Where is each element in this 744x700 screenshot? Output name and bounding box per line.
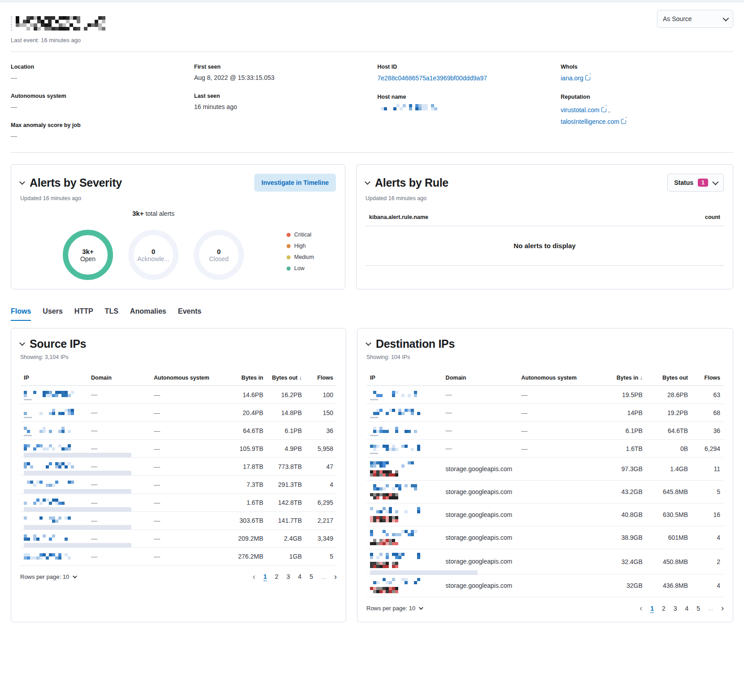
chevron-down-icon [419,606,423,610]
whois-link[interactable]: iana.org [561,74,583,82]
external-link-icon [601,107,606,112]
ip-link-redacted[interactable] [20,476,87,494]
previous-page-button[interactable]: ‹ [640,604,642,613]
count-column-header[interactable]: count [705,214,720,220]
tab-anomalies[interactable]: Anomalies [130,307,166,321]
redacted-ip-value [370,461,420,468]
bytes-in-cell: 6.1PB [603,422,646,440]
ip-link-redacted[interactable] [366,481,442,503]
ip-link-redacted[interactable] [366,440,442,458]
sort-desc-icon: ↓ [299,375,302,381]
column-header-autonomous-system[interactable]: Autonomous system [518,370,603,386]
ip-link-redacted[interactable] [20,512,87,529]
column-header-bytes-in[interactable]: Bytes in [231,370,267,386]
column-header-autonomous-system[interactable]: Autonomous system [150,370,231,386]
page-button-4[interactable]: 4 [685,605,689,612]
severity-collapse-toggle[interactable]: Alerts by Severity [20,176,122,189]
redacted-ip-value [24,553,74,560]
ip-link-redacted[interactable] [20,422,87,440]
next-page-button[interactable]: › [334,572,337,582]
previous-page-button[interactable]: ‹ [252,572,255,582]
column-header-flows[interactable]: Flows [305,370,337,386]
ip-link-redacted[interactable] [20,494,87,512]
tab-flows[interactable]: Flows [11,307,31,321]
table-row: storage.googleapis.com38.9GB601MB4 [366,526,724,549]
ip-link-redacted[interactable] [20,440,87,458]
status-filter-button[interactable]: Status 1 [667,174,724,192]
page-button-3[interactable]: 3 [674,605,677,612]
redacted-ip-value [24,481,74,487]
column-header-domain[interactable]: Domain [87,370,150,386]
tab-tls[interactable]: TLS [105,307,118,321]
redacted-flag-badge [370,562,398,568]
page-button-2[interactable]: 2 [662,605,666,612]
tab-events[interactable]: Events [178,307,201,321]
page-button-4[interactable]: 4 [298,573,302,580]
destination-pagination: ‹12345...› [640,604,724,613]
autonomous-system-cell: — [150,404,231,422]
redacted-dash [370,453,378,454]
ip-link-redacted[interactable] [366,386,442,404]
domain-cell: storage.googleapis.com [442,574,518,597]
flows-cell: 68 [692,404,724,422]
reputation-link-virustotal[interactable]: virustotal.com [561,106,599,114]
page-button-5[interactable]: 5 [309,573,313,580]
bytes-out-cell: 1GB [267,547,305,565]
ip-link-redacted[interactable] [20,458,87,476]
column-header-domain[interactable]: Domain [442,370,518,386]
reputation-link-talos[interactable]: talosIntelligence.com [561,118,619,125]
legend-low: Low [287,265,336,271]
rule-collapse-toggle[interactable]: Alerts by Rule [365,176,448,189]
column-header-flows[interactable]: Flows [692,370,724,386]
ip-link-redacted[interactable] [366,458,442,481]
source-ips-collapse-toggle[interactable]: Source IPs [20,337,337,350]
ip-link-redacted[interactable] [366,422,442,440]
page-button-3[interactable]: 3 [287,573,290,580]
table-row: ——1.6TB142.8TB6,295 [20,494,337,512]
source-rows-per-page[interactable]: Rows per page: 10 [20,573,76,580]
flows-cell: 11 [692,458,724,481]
flows-cell: 47 [305,458,337,476]
redacted-dash [370,435,378,436]
ip-link-redacted[interactable] [20,547,87,565]
host-id-link[interactable]: 7e288c04686575a1e3969bf00ddd9a97 [378,74,487,82]
alerts-by-rule-panel: Alerts by Rule Status 1 Updated 16 minut… [356,164,733,289]
column-header-bytes-in-sorted[interactable]: Bytes in ↓ [603,370,646,386]
ip-link-redacted[interactable] [366,526,442,549]
flows-cell: 5 [692,481,724,503]
legend-high: High [287,243,336,249]
redacted-ip-value [370,578,420,584]
investigate-in-timeline-button[interactable]: Investigate in Timeline [254,174,336,192]
chevron-down-icon [722,15,729,22]
ip-link-redacted[interactable] [366,549,442,574]
tab-http[interactable]: HTTP [74,307,93,321]
table-row: ——14PB19.2PB68 [366,404,724,422]
tab-users[interactable]: Users [43,307,62,321]
destination-rows-per-page[interactable]: Rows per page: 10 [366,605,422,612]
bytes-out-cell: 64.6TB [646,422,692,440]
autonomous-system-cell [518,574,603,597]
next-page-button[interactable]: › [721,604,724,613]
chevron-down-icon [712,179,718,185]
ip-link-redacted[interactable] [366,404,442,422]
ip-link-redacted[interactable] [366,574,442,597]
column-header-ip[interactable]: IP [20,370,87,386]
page-button-1[interactable]: 1 [263,573,267,580]
ip-link-redacted[interactable] [20,386,87,404]
destination-ips-collapse-toggle[interactable]: Destination IPs [366,337,724,350]
column-header-ip[interactable]: IP [366,370,442,386]
as-source-select[interactable]: As Source [657,10,733,28]
bytes-in-cell: 32.4GB [603,549,646,574]
page-button-5[interactable]: 5 [696,605,700,612]
ip-link-redacted[interactable] [366,503,442,526]
flows-cell: 6,294 [692,440,724,458]
bytes-out-cell: 28.6PB [646,386,692,404]
column-header-bytes-out-sorted[interactable]: Bytes out ↓ [267,370,305,386]
rule-name-column-header[interactable]: kibana.alert.rule.name [369,214,428,220]
page-button-1[interactable]: 1 [650,605,654,612]
page-button-2[interactable]: 2 [275,573,278,580]
ip-link-redacted[interactable] [20,529,87,547]
redacted-dash [370,399,378,400]
column-header-bytes-out[interactable]: Bytes out [646,370,692,386]
ip-link-redacted[interactable] [20,404,87,422]
